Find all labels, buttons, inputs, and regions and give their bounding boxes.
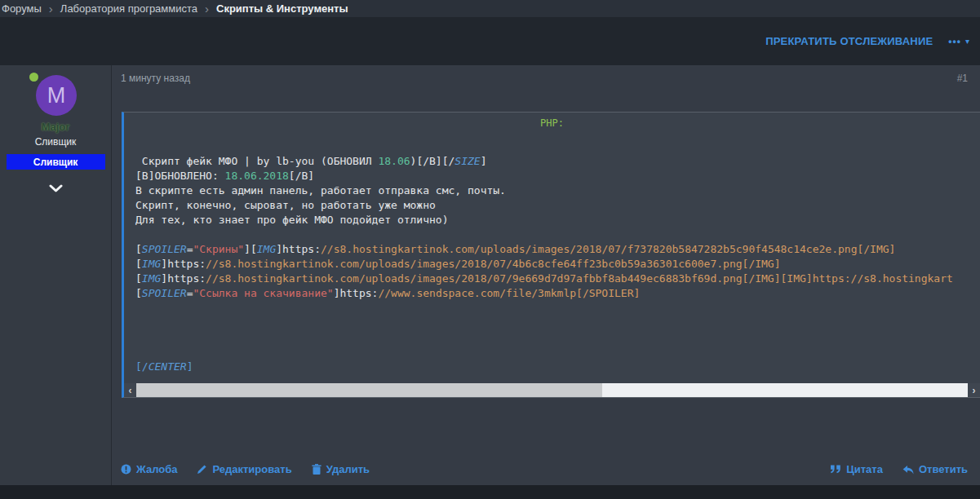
post: M Major Сливщик Сливщик 1 минуту назад #… [0,65,980,485]
report-button[interactable]: Жалоба [121,463,177,475]
edit-label: Редактировать [212,463,291,475]
code-line [135,345,980,360]
post-timestamp-link[interactable]: 1 минуту назад [121,73,190,84]
code-content: Скрипт фейк МФО | by lb-you (ОБНОВИЛ 18.… [124,134,980,383]
code-segment-p: [/B] [289,170,314,182]
post-number-link[interactable]: #1 [957,73,968,84]
post-header: 1 минуту назад #1 [112,65,980,84]
code-line: Для тех, кто знает про фейк МФО подойдет… [135,213,980,227]
breadcrumb-item-category[interactable]: Лаборатория программиста [60,2,197,15]
code-segment-p: ]https: [161,272,206,285]
code-line: [/CENTER] [135,360,980,374]
edit-button[interactable]: Редактировать [197,463,291,475]
breadcrumb-item-forums[interactable]: Форумы [2,2,42,15]
code-segment-t: CENTER [149,360,187,373]
code-segment-c: //www.sendspace.com/file/3mkmlp[/SPOILER… [378,287,640,299]
author-title: Сливщик [0,136,111,148]
code-segment-p: [ [135,287,142,299]
quote-label: Цитата [846,463,883,475]
expand-user-info-button[interactable] [0,182,111,197]
code-line: [IMG]https://s8.hostingkartinok.com/uplo… [135,272,980,286]
code-line [135,330,980,345]
forum-post-page: Форумы › Лаборатория программиста › Скри… [0,0,980,499]
code-line: [SPOILER="Ссылка на скачивание"]https://… [135,286,980,301]
code-segment-p: Для тех, кто знает про фейк МФО подойдет… [135,214,449,226]
quote-icon [830,465,841,474]
author-username[interactable]: Major [0,121,111,133]
code-segment-s: "Скрины" [193,243,244,255]
breadcrumb-item-current[interactable]: Скрипты & Инструменты [216,2,348,15]
thread-toolbar: ПРЕКРАТИТЬ ОТСЛЕЖИВАНИЕ ••• ▾ [0,17,980,65]
code-segment-p: ] [481,155,487,167]
code-line: [SPOILER="Скрины"][IMG]https://s8.hostin… [135,242,980,257]
delete-button[interactable]: Удалить [312,463,370,475]
code-language-label: PHP: [124,113,980,134]
moderation-actions: Жалоба Редактировать [121,463,370,475]
code-segment-p: В скрипте есть админ панель, работает от… [135,184,506,197]
thread-menu-button[interactable]: ••• ▾ [948,36,969,47]
avatar[interactable]: M [36,75,77,116]
ellipsis-icon: ••• [948,36,961,47]
author-badge: Сливщик [7,154,105,170]
chevron-down-icon: ▾ [965,37,969,46]
code-segment-p: [B]ОБНОВЛЕНО: [135,170,225,182]
code-segment-t: IMG [142,258,161,270]
breadcrumb: Форумы › Лаборатория программиста › Скри… [0,0,980,17]
code-segment-s: "Ссылка на скачивание" [193,287,333,299]
chevron-right-icon: › [205,2,209,15]
code-segment-n: 18.06 [378,155,410,167]
code-block: PHP: Скрипт фейк МФО | by lb-you (ОБНОВИ… [122,112,980,398]
code-segment-p: ]https: [161,258,206,270]
post-action-bar: Жалоба Редактировать [121,463,968,475]
code-segment-tb: ] [187,360,193,373]
code-segment-p: Скрипт, конечно, сыроват, но работать уж… [135,199,436,211]
code-line: Скрипт фейк МФО | by lb-you (ОБНОВИЛ 18.… [135,154,980,169]
code-horizontal-scrollbar[interactable]: ‹ › [124,383,980,397]
code-line [135,301,980,316]
reply-button[interactable]: Ответить [902,463,968,475]
code-segment-p: [ [135,243,142,255]
scroll-track[interactable] [136,383,968,397]
scroll-right-arrow[interactable]: › [968,383,980,397]
code-line: [B]ОБНОВЛЕНО: 18.06.2018[/B] [135,169,980,183]
code-line: Скрипт, конечно, сыроват, но работать уж… [135,198,980,213]
code-line: [IMG]https://s8.hostingkartinok.com/uplo… [135,257,980,272]
code-segment-t: SPOILER [142,287,187,299]
code-segment-c: //s8.hostingkartinok.com/uploads/images/… [321,243,895,255]
reply-arrow-icon [902,465,914,475]
chevron-right-icon: › [49,2,53,15]
code-line [135,227,980,242]
code-segment-tb: [/ [135,360,149,373]
page-footer-strip [0,485,980,499]
post-body: 1 минуту назад #1 PHP: Скрипт фейк МФО |… [112,65,980,485]
report-label: Жалоба [136,463,177,475]
unwatch-thread-button[interactable]: ПРЕКРАТИТЬ ОТСЛЕЖИВАНИЕ [765,35,933,47]
trash-icon [312,464,321,475]
code-segment-p: ][ [244,243,257,255]
code-segment-p: )[/B][/ [410,155,455,167]
reply-actions: Цитата Ответить [830,463,968,475]
reply-label: Ответить [919,463,968,475]
code-segment-t: IMG [142,272,161,285]
code-segment-c: //s8.hostingkartinok.com/uploads/images/… [206,272,953,285]
delete-label: Удалить [326,463,370,475]
code-segment-t: SIZE [455,155,480,167]
report-icon [121,464,131,475]
scroll-left-arrow[interactable]: ‹ [124,383,136,397]
code-segment-t: SPOILER [142,243,187,255]
online-status-icon [29,73,38,82]
code-segment-t: IMG [257,243,276,255]
code-segment-p: [ [135,272,142,285]
code-segment-p: Скрипт фейк МФО | by lb-you (ОБНОВИЛ [135,155,378,167]
code-segment-p: [ [135,258,142,270]
pencil-icon [197,464,207,475]
code-line [135,316,980,330]
quote-button[interactable]: Цитата [830,463,883,475]
code-segment-p: ]https: [334,287,379,299]
chevron-down-icon [48,184,64,193]
code-segment-c: //s8.hostingkartinok.com/uploads/images/… [206,258,780,270]
code-segment-p: ]https: [276,243,321,255]
code-line: В скрипте есть админ панель, работает от… [135,183,980,198]
author-sidebar: M Major Сливщик Сливщик [0,65,112,485]
scroll-thumb[interactable] [136,383,602,397]
